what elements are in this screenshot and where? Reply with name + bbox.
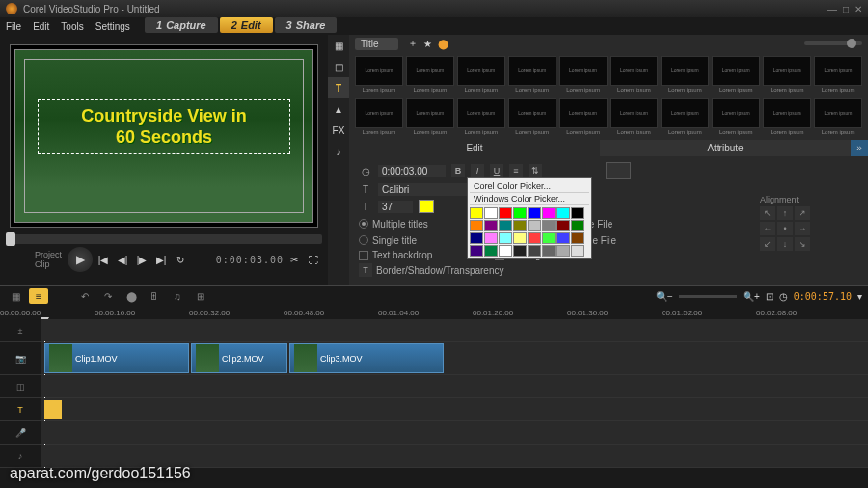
title-preset-thumb[interactable]: Lorem ipsum bbox=[712, 98, 760, 128]
menu-settings[interactable]: Settings bbox=[95, 21, 130, 32]
title-preset-thumb[interactable]: Lorem ipsum bbox=[712, 56, 760, 86]
color-swatch[interactable] bbox=[499, 220, 512, 231]
video-clip[interactable]: Clip3.MOV bbox=[289, 343, 444, 373]
preview-scrubber[interactable] bbox=[6, 234, 322, 244]
go-start-button[interactable]: |◀ bbox=[95, 251, 112, 268]
color-swatch[interactable] bbox=[542, 245, 556, 257]
color-swatch[interactable] bbox=[571, 232, 584, 244]
color-swatch[interactable] bbox=[470, 220, 483, 231]
fit-project-button[interactable]: ⊡ bbox=[766, 291, 773, 302]
title-text-line1[interactable]: Countryside View in bbox=[44, 106, 284, 127]
lib-tab-title[interactable]: T bbox=[328, 77, 349, 98]
auto-music-button[interactable]: ♫ bbox=[168, 288, 187, 304]
color-swatch[interactable] bbox=[470, 207, 483, 219]
color-swatch[interactable] bbox=[484, 220, 498, 231]
align-br[interactable]: ↘ bbox=[795, 237, 810, 251]
vertical-text-button[interactable]: ⇅ bbox=[529, 164, 542, 177]
video-clip[interactable]: Clip1.MOV bbox=[44, 343, 189, 373]
color-swatch[interactable] bbox=[513, 220, 527, 231]
align-mr[interactable]: → bbox=[795, 222, 810, 235]
menu-file[interactable]: File bbox=[6, 21, 21, 32]
thumb-size-slider[interactable] bbox=[847, 39, 856, 48]
color-swatch[interactable] bbox=[542, 207, 556, 219]
track-head-master[interactable]: ± bbox=[0, 319, 41, 341]
color-swatch[interactable] bbox=[528, 220, 541, 231]
title-clip[interactable] bbox=[44, 400, 62, 419]
minimize-button[interactable]: — bbox=[827, 4, 837, 14]
corel-color-picker-item[interactable]: Corel Color Picker... bbox=[470, 180, 589, 193]
title-preset-thumb[interactable]: Lorem ipsum bbox=[508, 56, 556, 86]
expand-panel-button[interactable]: » bbox=[851, 140, 868, 156]
title-preset-thumb[interactable]: Lorem ipsum bbox=[661, 56, 709, 86]
align-center-button[interactable]: ≡ bbox=[509, 164, 523, 177]
step-capture[interactable]: 1Capture bbox=[145, 17, 218, 33]
border-shadow-icon[interactable]: T bbox=[359, 263, 372, 277]
color-swatch[interactable] bbox=[499, 232, 512, 244]
menu-edit[interactable]: Edit bbox=[33, 21, 49, 32]
lib-tab-graphic[interactable]: ▲ bbox=[328, 98, 349, 120]
lib-tab-media[interactable]: ▦ bbox=[328, 35, 349, 56]
preview-timecode[interactable]: 0:00:03.00 bbox=[216, 255, 284, 265]
library-category-dropdown[interactable]: Title bbox=[355, 38, 398, 50]
color-swatch[interactable] bbox=[528, 245, 541, 257]
video-clip[interactable]: Clip2.MOV bbox=[191, 343, 287, 373]
track-head-voice[interactable]: 🎤 bbox=[0, 421, 41, 444]
title-preset-thumb[interactable]: Lorem ipsum bbox=[814, 56, 862, 86]
close-button[interactable]: ✕ bbox=[854, 4, 862, 14]
multiple-titles-radio[interactable] bbox=[359, 219, 368, 229]
get-more-button[interactable]: ⬤ bbox=[438, 39, 448, 49]
go-end-button[interactable]: ▶| bbox=[152, 251, 170, 268]
align-mc[interactable]: • bbox=[777, 222, 793, 235]
color-swatch[interactable] bbox=[499, 207, 512, 219]
title-editor-box[interactable]: Countryside View in 60 Seconds bbox=[38, 99, 290, 154]
zoom-in-button[interactable]: 🔍+ bbox=[743, 291, 760, 302]
align-bl[interactable]: ↙ bbox=[760, 237, 775, 251]
track-head-music[interactable]: ♪ bbox=[0, 445, 41, 467]
title-preset-thumb[interactable]: Lorem ipsum bbox=[355, 56, 403, 86]
title-preset-thumb[interactable]: Lorem ipsum bbox=[355, 98, 403, 128]
color-swatch[interactable] bbox=[556, 220, 570, 231]
duration-field[interactable] bbox=[378, 165, 446, 177]
title-preset-thumb[interactable]: Lorem ipsum bbox=[763, 98, 811, 128]
font-color-swatch[interactable] bbox=[419, 200, 434, 213]
color-swatch[interactable] bbox=[513, 207, 527, 219]
color-swatch[interactable] bbox=[528, 207, 541, 219]
mode-clip[interactable]: Clip bbox=[35, 259, 50, 269]
border-shadow-button[interactable]: Border/Shadow/Transparency bbox=[376, 265, 503, 276]
align-tr[interactable]: ↗ bbox=[795, 206, 810, 220]
maximize-button[interactable]: □ bbox=[843, 4, 849, 14]
title-text-line2[interactable]: 60 Seconds bbox=[44, 127, 284, 149]
menu-tools[interactable]: Tools bbox=[61, 21, 83, 32]
title-preset-thumb[interactable]: Lorem ipsum bbox=[814, 98, 862, 128]
color-swatch[interactable] bbox=[528, 232, 541, 244]
mixer-button[interactable]: 🎚 bbox=[145, 288, 164, 304]
title-preset-thumb[interactable]: Lorem ipsum bbox=[457, 98, 505, 128]
split-button[interactable]: ✂ bbox=[285, 251, 303, 268]
color-swatch[interactable] bbox=[556, 207, 570, 219]
timeline-view-button[interactable]: ≡ bbox=[29, 288, 48, 304]
title-preset-thumb[interactable]: Lorem ipsum bbox=[406, 56, 454, 86]
edit-tab[interactable]: Edit bbox=[349, 140, 600, 156]
italic-button[interactable]: I bbox=[471, 164, 484, 177]
favorite-button[interactable]: ★ bbox=[423, 39, 432, 49]
color-swatch[interactable] bbox=[499, 245, 512, 257]
title-preset-thumb[interactable]: Lorem ipsum bbox=[406, 98, 454, 128]
track-manager-button[interactable]: ⊞ bbox=[191, 288, 210, 304]
color-swatch[interactable] bbox=[556, 232, 570, 244]
dropdown-icon[interactable]: ▾ bbox=[857, 291, 862, 302]
lib-tab-audio[interactable]: ♪ bbox=[328, 141, 349, 162]
color-swatch[interactable] bbox=[513, 245, 527, 257]
record-button[interactable]: ⬤ bbox=[122, 288, 141, 304]
track-head-overlay[interactable]: ◫ bbox=[0, 375, 41, 397]
color-swatch[interactable] bbox=[470, 232, 483, 244]
color-swatch[interactable] bbox=[571, 245, 584, 257]
color-swatch[interactable] bbox=[513, 232, 527, 244]
color-swatch[interactable] bbox=[484, 245, 498, 257]
title-preset-thumb[interactable]: Lorem ipsum bbox=[457, 56, 505, 86]
step-edit[interactable]: 2Edit bbox=[220, 17, 273, 33]
color-swatch[interactable] bbox=[571, 220, 584, 231]
track-head-video[interactable]: 📷 bbox=[0, 342, 41, 374]
color-swatch[interactable] bbox=[556, 245, 570, 257]
enlarge-button[interactable]: ⛶ bbox=[305, 251, 322, 268]
title-preset-thumb[interactable]: Lorem ipsum bbox=[661, 98, 709, 128]
